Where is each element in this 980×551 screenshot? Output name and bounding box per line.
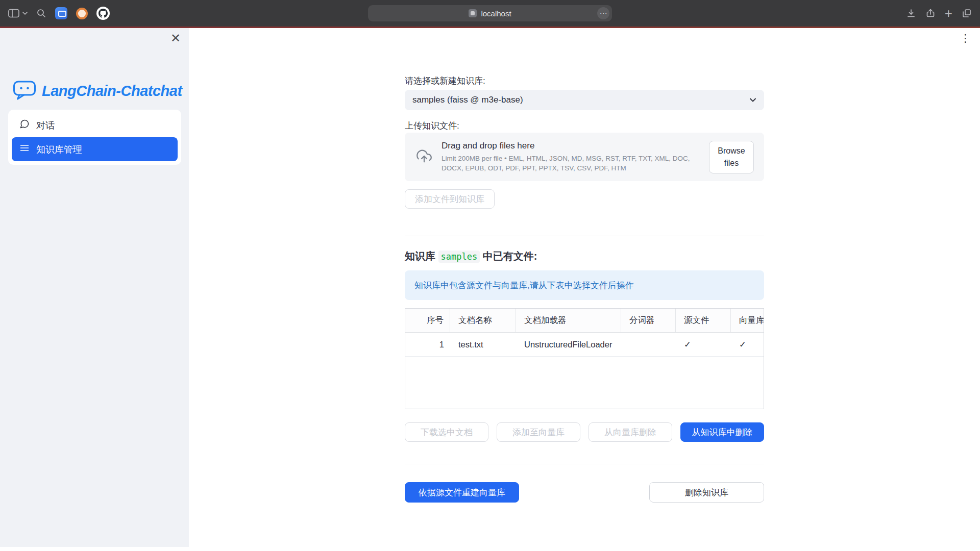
download-selected-button[interactable]: 下载选中文档	[405, 422, 488, 442]
page-options-button[interactable]: ⋯	[597, 7, 609, 19]
col-header-source: 源文件	[676, 309, 731, 332]
knowledge-base-icon	[19, 143, 30, 156]
info-text: 知识库中包含源文件与向量库,请从下表中选择文件后操作	[414, 280, 634, 291]
url-text: localhost	[481, 9, 511, 18]
col-header-splitter: 分词器	[621, 309, 676, 332]
logo-text: LangChain-Chatchat	[42, 83, 182, 99]
delete-from-kb-button[interactable]: 从知识库中删除	[680, 422, 764, 442]
downloads-icon[interactable]	[906, 8, 916, 18]
kb-selected-value: samples (faiss @ m3e-base)	[412, 95, 523, 105]
cloud-upload-icon	[415, 148, 433, 166]
files-heading-prefix: 知识库	[405, 251, 438, 262]
cell-source-check: ✓	[676, 333, 731, 356]
sidebar-toggle-icon	[8, 9, 19, 18]
files-table: 序号 文档名称 文档加载器 分词器 源文件 向量库 1 test.txt Uns…	[405, 308, 764, 409]
select-chevron-down-icon	[749, 95, 756, 105]
cell-index: 1	[405, 333, 450, 356]
table-row[interactable]: 1 test.txt UnstructuredFileLoader ✓ ✓	[405, 333, 764, 357]
kb-selectbox[interactable]: samples (faiss @ m3e-base)	[405, 90, 764, 110]
address-bar[interactable]: localhost ⋯	[368, 5, 612, 21]
sidebar-close-icon[interactable]: ✕	[170, 32, 181, 44]
content-column: 请选择或新建知识库: samples (faiss @ m3e-base) 上传…	[405, 28, 764, 551]
github-icon[interactable]	[96, 7, 110, 20]
sidebar-nav: 对话 知识库管理	[8, 110, 181, 165]
app-icon-blue[interactable]	[55, 7, 67, 19]
dropzone-text: Drag and drop files here Limit 200MB per…	[442, 141, 707, 172]
cell-name: test.txt	[450, 333, 516, 356]
cell-loader: UnstructuredFileLoader	[516, 333, 621, 356]
rebuild-vectorstore-button[interactable]: 依据源文件重建向量库	[405, 482, 519, 503]
sidebar-toggle-button[interactable]	[8, 9, 28, 18]
files-heading: 知识库 samples 中已有文件:	[405, 249, 764, 263]
tab-overview-icon[interactable]	[962, 8, 972, 18]
col-header-loader: 文档加载器	[516, 309, 621, 332]
dropzone-title: Drag and drop files here	[442, 141, 707, 151]
search-icon[interactable]	[36, 8, 46, 18]
add-to-vectorstore-button[interactable]: 添加至向量库	[497, 422, 580, 442]
dropzone-limits: Limit 200MB per file • EML, HTML, JSON, …	[442, 154, 707, 172]
site-favicon	[469, 9, 477, 17]
file-dropzone[interactable]: Drag and drop files here Limit 200MB per…	[405, 133, 764, 181]
file-action-buttons: 下载选中文档 添加至向量库 从向量库删除 从知识库中删除	[405, 422, 764, 442]
add-files-button[interactable]: 添加文件到知识库	[405, 189, 495, 209]
browse-files-button[interactable]: Browse files	[709, 141, 754, 173]
sidebar-item-dialogue[interactable]: 对话	[12, 113, 178, 137]
new-tab-icon[interactable]: +	[945, 8, 952, 18]
chat-bubble-icon	[19, 119, 30, 132]
sidebar-item-label: 知识库管理	[36, 143, 82, 156]
upload-label: 上传知识文件:	[405, 120, 764, 132]
kb-management-buttons: 依据源文件重建向量库 删除知识库	[405, 482, 764, 503]
cell-splitter	[621, 333, 676, 356]
chevron-down-icon	[22, 12, 28, 15]
files-heading-suffix: 中已有文件:	[480, 251, 537, 262]
kb-select-label: 请选择或新建知识库:	[405, 75, 764, 87]
sidebar-item-knowledge-base[interactable]: 知识库管理	[12, 137, 178, 161]
app-logo: LangChain-Chatchat	[12, 79, 182, 103]
kb-name-code: samples	[438, 251, 480, 263]
col-header-index: 序号	[405, 309, 450, 332]
logo-chat-icon	[12, 79, 37, 103]
main-area: ⋮ 请选择或新建知识库: samples (faiss @ m3e-base) …	[189, 28, 980, 551]
divider	[405, 236, 764, 236]
table-header-row: 序号 文档名称 文档加载器 分词器 源文件 向量库	[405, 309, 764, 333]
share-icon[interactable]	[925, 8, 936, 18]
browser-toolbar: localhost ⋯ +	[0, 0, 980, 27]
delete-from-vectorstore-button[interactable]: 从向量库删除	[589, 422, 672, 442]
app-sidebar: ✕ LangChain-Chatchat 对话	[0, 28, 189, 547]
delete-kb-button[interactable]: 删除知识库	[649, 482, 764, 503]
app-icon-orange[interactable]	[76, 8, 88, 19]
col-header-vector: 向量库	[731, 309, 764, 332]
app-menu-icon[interactable]: ⋮	[960, 32, 971, 44]
col-header-name: 文档名称	[450, 309, 516, 332]
info-banner: 知识库中包含源文件与向量库,请从下表中选择文件后操作	[405, 270, 764, 300]
sidebar-item-label: 对话	[36, 119, 55, 132]
browser-window: localhost ⋯ + ✕	[0, 0, 980, 551]
cell-vector-check: ✓	[731, 333, 764, 356]
divider	[405, 464, 764, 464]
